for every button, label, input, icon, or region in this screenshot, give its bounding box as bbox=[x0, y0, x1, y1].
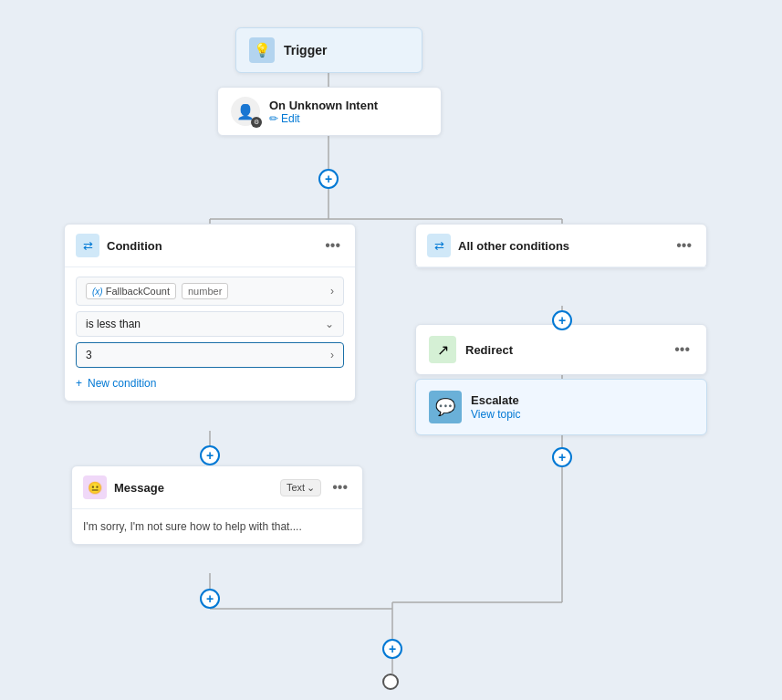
new-condition-button[interactable]: + New condition bbox=[76, 375, 344, 392]
trigger-card: 💡 Trigger bbox=[235, 27, 422, 73]
condition-header: ⇄ Condition ••• bbox=[65, 225, 355, 267]
condition-more-button[interactable]: ••• bbox=[321, 237, 344, 254]
expand-icon: › bbox=[330, 285, 334, 298]
condition-title: Condition bbox=[107, 239, 314, 253]
badge-chevron-icon: ⌄ bbox=[307, 482, 315, 494]
variable-tag: (x) FallbackCount bbox=[86, 283, 176, 299]
redirect-card: ↗ Redirect ••• bbox=[415, 324, 707, 375]
redirect-more-button[interactable]: ••• bbox=[671, 341, 693, 358]
person-icon: 👤 ⚙ bbox=[231, 97, 260, 126]
variable-row[interactable]: (x) FallbackCount number › bbox=[76, 277, 344, 306]
message-icon: 😐 bbox=[83, 475, 107, 499]
add-after-condition-button[interactable]: + bbox=[200, 445, 220, 465]
other-conditions-more-button[interactable]: ••• bbox=[673, 237, 695, 254]
escalate-title: Escalate bbox=[471, 393, 520, 407]
add-after-escalate-button[interactable]: + bbox=[552, 447, 572, 467]
plus-icon: + bbox=[76, 377, 82, 390]
message-more-button[interactable]: ••• bbox=[328, 479, 351, 496]
message-title: Message bbox=[114, 481, 273, 495]
end-node bbox=[382, 674, 399, 690]
add-after-intent-button[interactable]: + bbox=[318, 169, 339, 189]
intent-title: On Unknown Intent bbox=[269, 99, 378, 112]
condition-body: (x) FallbackCount number › is less than … bbox=[65, 267, 355, 401]
escalate-icon: 💬 bbox=[429, 391, 462, 423]
add-after-other-conditions-button[interactable]: + bbox=[552, 310, 572, 330]
message-body: I'm sorry, I'm not sure how to help with… bbox=[72, 509, 362, 544]
message-card: 😐 Message Text ⌄ ••• I'm sorry, I'm not … bbox=[71, 465, 363, 545]
add-after-message-button[interactable]: + bbox=[200, 589, 220, 609]
intent-card: 👤 ⚙ On Unknown Intent ✏ Edit bbox=[217, 87, 442, 136]
add-end-button[interactable]: + bbox=[382, 639, 402, 659]
operator-row[interactable]: is less than ⌄ bbox=[76, 311, 344, 337]
edit-link[interactable]: ✏ Edit bbox=[269, 112, 378, 125]
operator-chevron-icon: ⌄ bbox=[325, 318, 334, 330]
value-row[interactable]: 3 › bbox=[76, 342, 344, 368]
escalate-card: 💬 Escalate View topic bbox=[415, 379, 707, 435]
condition-card: ⇄ Condition ••• (x) FallbackCount number… bbox=[64, 224, 356, 402]
other-conditions-title: All other conditions bbox=[458, 239, 665, 253]
redirect-label: Redirect bbox=[465, 343, 662, 357]
redirect-icon: ↗ bbox=[429, 336, 456, 363]
escalate-text: Escalate View topic bbox=[471, 393, 520, 421]
text-type-badge[interactable]: Text ⌄ bbox=[280, 479, 321, 496]
canvas: 💡 Trigger 👤 ⚙ On Unknown Intent ✏ Edit +… bbox=[0, 0, 782, 700]
trigger-label: Trigger bbox=[284, 43, 327, 57]
branch-icon-right: ⇄ bbox=[427, 234, 451, 257]
intent-text: On Unknown Intent ✏ Edit bbox=[269, 99, 378, 125]
trigger-icon: 💡 bbox=[249, 37, 275, 63]
other-conditions-card: ⇄ All other conditions ••• bbox=[415, 224, 707, 268]
branch-icon: ⇄ bbox=[76, 234, 99, 257]
value-expand-icon: › bbox=[330, 349, 334, 361]
message-header: 😐 Message Text ⌄ ••• bbox=[72, 466, 362, 509]
type-tag: number bbox=[182, 283, 228, 299]
settings-badge: ⚙ bbox=[251, 117, 262, 128]
pencil-icon: ✏ bbox=[269, 112, 278, 125]
other-conditions-header: ⇄ All other conditions ••• bbox=[416, 225, 706, 267]
view-topic-link[interactable]: View topic bbox=[471, 408, 520, 421]
